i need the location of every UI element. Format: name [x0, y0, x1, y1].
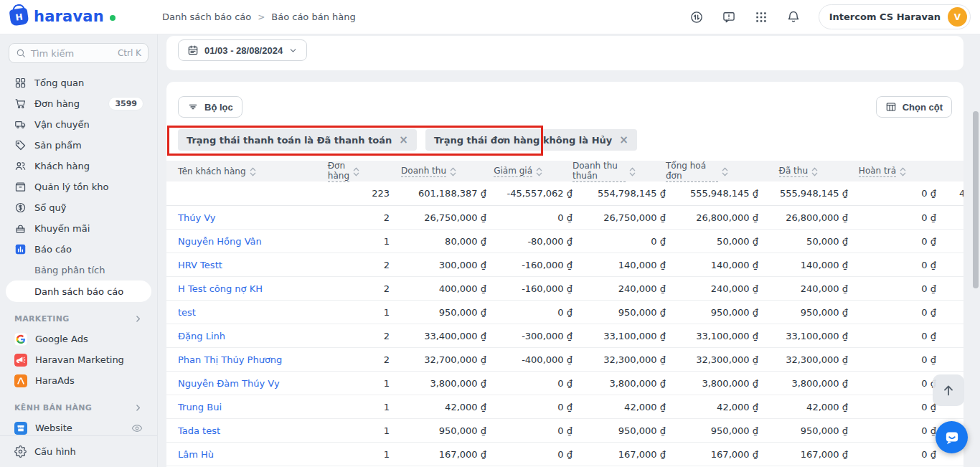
breadcrumb-page: Báo cáo bán hàng	[271, 11, 355, 22]
choose-columns-label: Chọn cột	[903, 102, 943, 113]
customer-name-link[interactable]: Nguyễn Hồng Vân	[166, 236, 331, 247]
table-value-cell: 42,000 ₫	[573, 402, 666, 412]
customer-name-link[interactable]: Thúy Vy	[166, 212, 331, 223]
table-value-cell: 80,000 ₫	[390, 236, 486, 247]
remove-filter-icon[interactable]: ×	[619, 135, 628, 146]
table-value-cell: 0 ₫	[848, 402, 936, 412]
sidebar-item-khuy-n-m-i[interactable]: Khuyến mãi	[6, 218, 151, 239]
table-value-cell: 950,000 ₫	[666, 307, 758, 318]
customer-name-link[interactable]: Đặng Linh	[166, 331, 331, 341]
date-range-button[interactable]: 01/03 - 28/08/2024	[178, 39, 307, 61]
summary-value-cell: 555,948,145 ₫	[758, 188, 848, 199]
table-value-cell: 3,800,000 ₫	[573, 378, 666, 389]
table-toolbar: Bộ lọc Chọn cột	[166, 82, 963, 129]
summary-value-cell: 554,798,145 ₫	[573, 188, 666, 199]
customer-name-link[interactable]: Lâm Hù	[166, 449, 331, 460]
breadcrumb-section[interactable]: Danh sách báo cáo	[162, 11, 251, 22]
sidebar-item-danh-s-ch-b-o-c-o[interactable]: Danh sách báo cáo	[6, 280, 151, 302]
feedback-icon[interactable]	[722, 10, 736, 24]
sidebar-item-label: Google Ads	[35, 334, 88, 344]
table-value-cell: 32,300,000 ₫	[758, 354, 848, 365]
table-value-cell: 0 ₫	[848, 449, 936, 460]
filter-button[interactable]: Bộ lọc	[178, 96, 242, 118]
sidebar-item-b-ng-ph-n-t-ch[interactable]: Bảng phân tích	[6, 260, 151, 280]
table-value-cell: 167,000 ₫	[666, 449, 758, 460]
table-row: Nguyễn Hồng Vân180,000 ₫-80,000 ₫0 ₫50,0…	[166, 230, 963, 253]
sidebar-item-s-n-ph-m[interactable]: Sản phẩm	[6, 135, 151, 156]
sidebar-item-qu-n-l-t-n-kho[interactable]: Quản lý tồn kho	[6, 176, 151, 197]
table-value-cell: 1	[331, 425, 390, 436]
column-header-label: Tổng hoá đơn	[666, 161, 718, 182]
sidebar-item-v-n-chuy-n[interactable]: Vận chuyển	[6, 114, 151, 135]
sidebar-item-s-qu-[interactable]: Sổ quỹ	[6, 197, 151, 218]
filter-chips-row: Trạng thái thanh toán là Đã thanh toán×T…	[166, 129, 963, 161]
column-header[interactable]: Doanh thu thuần	[573, 161, 666, 182]
customers-icon	[14, 160, 27, 172]
table-value-cell: 32,700,000 ₫	[390, 354, 486, 365]
table-value-cell: -160,000 ₫	[486, 260, 573, 270]
customer-name-link[interactable]: Tada test	[166, 425, 331, 436]
cash-icon	[14, 202, 27, 214]
table-row: Nguyễn Đàm Thúy Vy13,800,000 ₫0 ₫3,800,0…	[166, 372, 963, 395]
sync-icon[interactable]	[689, 10, 704, 24]
notifications-bell-icon[interactable]	[786, 10, 801, 24]
customer-name-link[interactable]: H Test công nợ KH	[166, 283, 331, 294]
table-value-cell: 950,000 ₫	[666, 425, 758, 436]
sidebar-item-website[interactable]: Website	[6, 418, 151, 435]
website-icon	[14, 422, 27, 435]
sidebar-nav: Tổng quanĐơn hàng3599Vận chuyểnSản phẩmK…	[6, 72, 151, 435]
customer-name-link[interactable]: Nguyễn Đàm Thúy Vy	[166, 378, 331, 389]
sidebar-item-label: HaraAds	[35, 375, 75, 386]
avatar: V	[948, 7, 967, 27]
customer-name-link[interactable]: Phan Thị Thủy Phương	[166, 354, 331, 365]
table-value-cell: 0 ₫	[848, 236, 936, 247]
table-value-cell: 2	[331, 354, 390, 365]
column-header[interactable]: Giảm giá	[486, 166, 573, 177]
sidebar-item-haravan-marketing[interactable]: Haravan Marketing	[6, 349, 151, 370]
sidebar-item-label: Sổ quỹ	[34, 202, 67, 213]
sort-carets-icon	[450, 166, 456, 177]
sort-carets-icon	[722, 166, 728, 177]
sidebar-item-google-ads[interactable]: Google Ads	[6, 329, 151, 349]
sidebar-section-label: KÊNH BÁN HÀNG	[14, 403, 92, 412]
chat-bubble-icon	[943, 428, 961, 447]
apps-grid-icon[interactable]	[754, 10, 768, 24]
sidebar-section-header[interactable]: KÊNH BÁN HÀNG	[6, 403, 151, 412]
sidebar-item-haraads[interactable]: HaraAds	[6, 370, 151, 391]
table-value-cell: 950,000 ₫	[758, 307, 848, 318]
customer-name-link[interactable]: test	[166, 307, 331, 318]
chevron-right-icon	[133, 403, 143, 412]
column-header[interactable]: Đã thu	[758, 166, 848, 177]
sidebar-item-label: Bảng phân tích	[34, 265, 105, 275]
table-row: Trung Bui142,000 ₫0 ₫42,000 ₫42,000 ₫42,…	[166, 395, 963, 419]
remove-filter-icon[interactable]: ×	[399, 135, 408, 146]
search-input[interactable]: Tìm kiếm Ctrl K	[9, 43, 149, 63]
table-value-cell: 950,000 ₫	[758, 425, 848, 436]
scroll-to-top-button[interactable]	[933, 374, 964, 406]
sidebar-item-b-o-c-o[interactable]: Báo cáo	[6, 239, 151, 260]
choose-columns-button[interactable]: Chọn cột	[876, 96, 952, 118]
customer-name-link[interactable]: HRV Testt	[166, 260, 331, 270]
table-value-cell: 2	[331, 331, 390, 341]
table-value-cell: 0 ₫	[486, 425, 573, 436]
account-menu-button[interactable]: Intercom CS Haravan V	[819, 4, 971, 29]
sidebar-item--n-h-ng[interactable]: Đơn hàng3599	[6, 93, 151, 114]
chat-widget-button[interactable]	[936, 421, 968, 453]
customer-name-link[interactable]: Trung Bui	[166, 402, 331, 412]
haravan-logo[interactable]: H haravan	[0, 9, 148, 25]
sidebar-item-label: Tổng quan	[34, 77, 84, 88]
column-header[interactable]: Tên khách hàng	[166, 166, 331, 177]
search-placeholder: Tìm kiếm	[31, 48, 74, 59]
sidebar-item-kh-ch-h-ng[interactable]: Khách hàng	[6, 156, 151, 176]
date-range-value: 01/03 - 28/08/2024	[204, 45, 283, 56]
column-header[interactable]: Tổng hoá đơn	[666, 161, 758, 182]
sidebar-item-t-ng-quan[interactable]: Tổng quan	[6, 72, 151, 93]
page-scrollbar-thumb[interactable]	[973, 111, 979, 288]
column-header[interactable]: Hoàn trả	[848, 166, 936, 177]
table-value-cell: -160,000 ₫	[486, 283, 573, 294]
sidebar-section-header[interactable]: MARKETING	[6, 314, 151, 324]
table-value-cell: 42,000 ₫	[666, 402, 758, 412]
column-header[interactable]: Đơn hàng	[331, 161, 390, 182]
column-header[interactable]: Doanh thu	[390, 166, 486, 177]
sidebar-item-cau-hinh[interactable]: Cấu hình	[6, 441, 151, 462]
